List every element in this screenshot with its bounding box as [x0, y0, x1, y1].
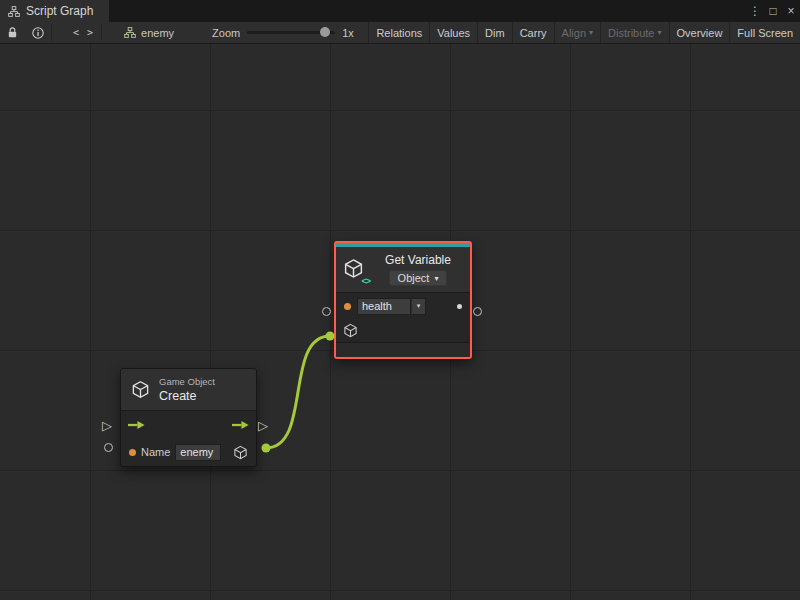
button-label: Full Screen	[737, 27, 793, 39]
gameobject-port-icon[interactable]	[343, 323, 358, 338]
graph-canvas[interactable]: <> Get Variable Object ▾ ▾	[0, 44, 800, 600]
zoom-slider[interactable]	[247, 31, 335, 34]
unity-script-graph-window: Script Graph ⋮ □ × < > enemy	[0, 0, 800, 600]
name-param-row: Name	[121, 438, 256, 466]
values-button[interactable]: Values	[429, 22, 477, 43]
button-label: Dim	[485, 27, 505, 39]
getvar-right-port[interactable]	[473, 307, 482, 316]
zoom-value: 1x	[342, 27, 354, 39]
toolbar-button-group: Relations Values Dim Carry Align ▾ Distr…	[368, 22, 800, 43]
flow-output-arrow-icon[interactable]	[232, 420, 249, 430]
chevron-down-icon: ▾	[417, 302, 421, 310]
chevron-down-icon: ▾	[658, 28, 662, 37]
titlebar-spacer	[109, 0, 746, 22]
maximize-icon[interactable]: □	[764, 0, 782, 22]
graph-name: enemy	[141, 27, 174, 39]
toolbar-separator	[101, 24, 102, 41]
object-input-row	[336, 319, 470, 342]
create-flow-out-port[interactable]: ▷	[258, 419, 268, 432]
script-graph-icon	[8, 6, 20, 17]
carry-button[interactable]: Carry	[512, 22, 554, 43]
graph-breadcrumb[interactable]: enemy	[116, 22, 182, 43]
button-label: Values	[437, 27, 470, 39]
input-port-dot[interactable]	[129, 449, 136, 456]
zoom-label: Zoom	[212, 27, 240, 39]
create-name-in-port[interactable]	[104, 443, 113, 452]
close-icon[interactable]: ×	[782, 0, 800, 22]
node-header[interactable]: Game Object Create	[121, 369, 256, 411]
button-label: Distribute	[608, 27, 654, 39]
node-get-variable[interactable]: <> Get Variable Object ▾ ▾	[334, 241, 472, 359]
node-title: Get Variable	[385, 253, 451, 267]
gameobject-cube-icon	[131, 380, 150, 399]
dim-button[interactable]: Dim	[477, 22, 512, 43]
value-output-dot[interactable]	[457, 304, 462, 309]
gameobject-output-icon[interactable]	[233, 445, 248, 460]
info-icon	[32, 27, 44, 39]
variable-scope-dropdown[interactable]: Object ▾	[389, 270, 448, 286]
scope-label: Object	[398, 272, 430, 284]
align-button[interactable]: Align ▾	[554, 22, 600, 43]
variable-name-row: ▾	[336, 293, 470, 319]
node-header[interactable]: <> Get Variable Object ▾	[336, 247, 470, 293]
distribute-button[interactable]: Distribute ▾	[600, 22, 668, 43]
relations-button[interactable]: Relations	[368, 22, 429, 43]
window-menu-icon[interactable]: ⋮	[746, 0, 764, 22]
fullscreen-button[interactable]: Full Screen	[729, 22, 800, 43]
zoom-control: Zoom 1x	[204, 22, 362, 43]
graph-toolbar: < > enemy Zoom 1x Relations Values Dim C…	[0, 22, 800, 44]
zoom-slider-handle[interactable]	[320, 27, 330, 37]
create-flow-in-port[interactable]: ▷	[102, 419, 112, 432]
code-view-button[interactable]: < >	[66, 22, 101, 43]
overview-button[interactable]: Overview	[669, 22, 730, 43]
node-title: Create	[159, 389, 215, 403]
code-icon: < >	[73, 27, 94, 38]
variable-name-dropdown[interactable]: ▾	[411, 298, 426, 315]
input-port-dot[interactable]	[344, 303, 351, 310]
flow-input-arrow-icon[interactable]	[128, 420, 145, 430]
param-label: Name	[141, 446, 170, 458]
node-gameobject-create[interactable]: Game Object Create Name	[120, 368, 257, 467]
chevron-down-icon: ▾	[434, 274, 438, 283]
button-label: Overview	[677, 27, 723, 39]
lock-button[interactable]	[0, 22, 25, 43]
graph-asset-icon	[124, 27, 136, 38]
lock-icon	[7, 27, 18, 39]
tab-label: Script Graph	[26, 4, 93, 18]
node-category: Game Object	[159, 376, 215, 387]
variable-name-field[interactable]	[357, 298, 411, 315]
name-param-field[interactable]	[175, 444, 221, 461]
wire-path[interactable]	[266, 336, 330, 448]
button-label: Relations	[376, 27, 422, 39]
chevron-down-icon: ▾	[589, 28, 593, 37]
angle-brackets-icon: <>	[361, 276, 370, 286]
info-button[interactable]	[25, 22, 51, 43]
variable-cube-icon: <>	[342, 257, 368, 283]
toolbar-separator	[51, 24, 52, 41]
tab-script-graph[interactable]: Script Graph	[0, 0, 109, 22]
button-label: Carry	[520, 27, 547, 39]
getvar-left-port[interactable]	[322, 307, 331, 316]
node-footer	[336, 342, 470, 357]
titlebar: Script Graph ⋮ □ ×	[0, 0, 800, 22]
flow-ports-row	[121, 411, 256, 438]
button-label: Align	[562, 27, 586, 39]
